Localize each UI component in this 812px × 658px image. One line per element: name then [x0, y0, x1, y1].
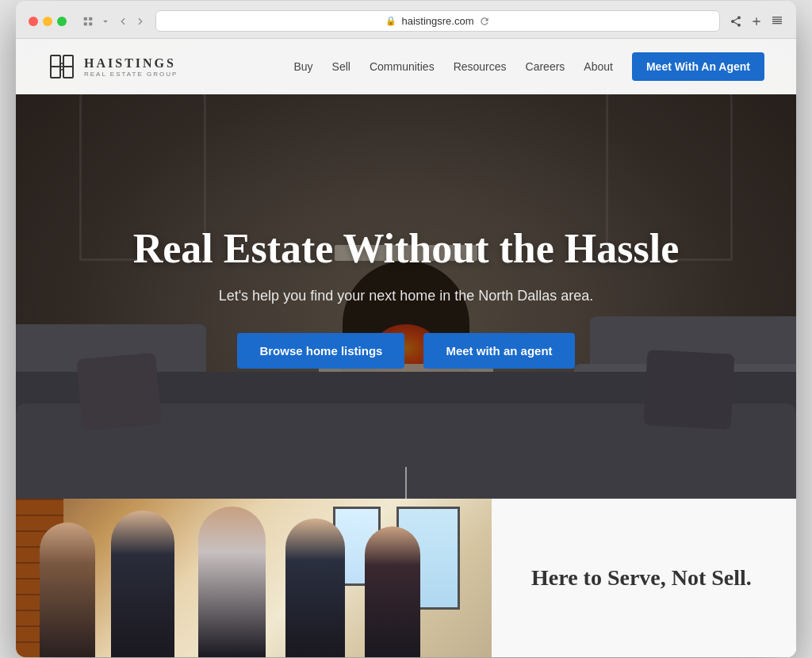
- tagline-section: Here to Serve, Not Sell.: [492, 499, 796, 657]
- logo-name: HAISTINGS: [84, 56, 178, 71]
- svg-rect-1: [89, 17, 92, 20]
- hero-content: Real Estate Without the Hassle Let's hel…: [16, 39, 796, 499]
- nav-link-resources[interactable]: Resources: [454, 60, 507, 73]
- chevron-down-icon[interactable]: [100, 16, 111, 27]
- logo-icon: [48, 52, 76, 81]
- team-photo: [16, 499, 492, 657]
- svg-rect-3: [89, 22, 92, 25]
- hero-section: HAISTINGS REAL ESTATE GROUP Buy Sell Com…: [16, 39, 796, 499]
- nav-link-sell[interactable]: Sell: [332, 60, 350, 73]
- team-person-1: [40, 522, 95, 657]
- traffic-lights: [29, 17, 67, 26]
- hero-buttons: Browse home listings Meet with an agent: [237, 333, 574, 369]
- window-switcher-icon: [82, 16, 94, 27]
- browser-window: 🔒 haistingsre.com: [16, 1, 796, 657]
- navbar: HAISTINGS REAL ESTATE GROUP Buy Sell Com…: [16, 39, 796, 94]
- logo-sub: REAL ESTATE GROUP: [84, 71, 178, 78]
- url-text: haistingsre.com: [401, 15, 473, 27]
- nav-link-careers[interactable]: Careers: [526, 60, 565, 73]
- lock-icon: 🔒: [385, 16, 396, 26]
- nav-link-about[interactable]: About: [584, 60, 613, 73]
- browser-titlebar: 🔒 haistingsre.com: [16, 1, 796, 39]
- website-content: HAISTINGS REAL ESTATE GROUP Buy Sell Com…: [16, 39, 796, 657]
- address-bar[interactable]: 🔒 haistingsre.com: [155, 10, 720, 32]
- fullscreen-button[interactable]: [57, 17, 67, 26]
- close-button[interactable]: [29, 17, 38, 26]
- forward-icon[interactable]: [135, 16, 146, 27]
- team-person-5: [365, 526, 420, 657]
- browse-listings-button[interactable]: Browse home listings: [237, 333, 404, 369]
- svg-rect-2: [84, 22, 87, 25]
- hero-subtitle: Let's help you find your next home in th…: [219, 288, 594, 304]
- tagline-text: Here to Serve, Not Sell.: [531, 565, 752, 591]
- meet-agent-hero-button[interactable]: Meet with an agent: [423, 333, 574, 369]
- hero-title: Real Estate Without the Hassle: [133, 225, 680, 272]
- svg-rect-0: [84, 17, 87, 20]
- nav-logo: HAISTINGS REAL ESTATE GROUP: [48, 52, 178, 81]
- nav-link-buy[interactable]: Buy: [293, 60, 312, 73]
- nav-links: Buy Sell Communities Resources Careers A…: [293, 52, 764, 81]
- meet-agent-nav-button[interactable]: Meet With An Agent: [632, 52, 764, 81]
- below-fold-section: Here to Serve, Not Sell.: [16, 499, 796, 657]
- refresh-icon[interactable]: [479, 16, 490, 27]
- team-person-2: [111, 511, 174, 657]
- team-person-3: [198, 507, 266, 657]
- back-icon[interactable]: [117, 16, 128, 27]
- minimize-button[interactable]: [43, 17, 52, 26]
- nav-link-communities[interactable]: Communities: [370, 60, 435, 73]
- tabs-icon[interactable]: [771, 15, 783, 28]
- browser-actions: [730, 15, 783, 28]
- share-icon[interactable]: [730, 15, 742, 28]
- logo-text: HAISTINGS REAL ESTATE GROUP: [84, 56, 178, 78]
- add-tab-icon[interactable]: [750, 15, 763, 28]
- browser-controls: [82, 16, 146, 27]
- team-person-4: [285, 518, 345, 657]
